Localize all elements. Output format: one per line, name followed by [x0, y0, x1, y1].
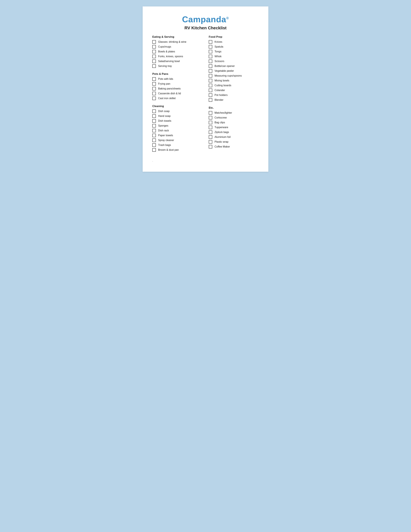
- checkbox[interactable]: [209, 84, 212, 87]
- checkbox[interactable]: [152, 55, 156, 58]
- item-label: Cutting boards: [215, 84, 231, 87]
- checklist-grid: Eating & Serving Glasses: drinking & win…: [152, 35, 259, 156]
- list-item: Cutting boards: [209, 84, 259, 87]
- item-label: Bowls & plates: [158, 50, 175, 53]
- checkbox[interactable]: [209, 69, 212, 73]
- checkbox[interactable]: [152, 40, 156, 44]
- item-label: Whisk: [215, 55, 222, 58]
- list-item: Dish rack: [152, 129, 202, 132]
- list-item: Tupperware: [209, 126, 259, 129]
- checkbox[interactable]: [209, 130, 212, 134]
- list-item: Glasses: drinking & wine: [152, 40, 202, 44]
- checkbox[interactable]: [209, 116, 212, 119]
- checkbox[interactable]: [209, 79, 212, 82]
- checkbox[interactable]: [209, 55, 212, 58]
- list-item: Casserole dish & lid: [152, 92, 202, 95]
- item-label: Hand soap: [158, 114, 170, 118]
- list-item: Spray cleaner: [152, 139, 202, 142]
- checkbox[interactable]: [152, 59, 156, 63]
- checkbox[interactable]: [209, 50, 212, 53]
- checkbox[interactable]: [152, 134, 156, 137]
- item-label: Bag clips: [215, 121, 225, 124]
- checkbox[interactable]: [152, 109, 156, 113]
- item-label: Knives: [215, 40, 222, 44]
- checkbox[interactable]: [209, 111, 212, 115]
- item-label: Dish towels: [158, 119, 171, 123]
- checkbox[interactable]: [152, 87, 156, 90]
- item-label: Aluminium foil: [215, 135, 231, 139]
- checkbox[interactable]: [152, 82, 156, 86]
- item-label: Cast iron skillet: [158, 97, 176, 100]
- list-item: Spatula: [209, 45, 259, 48]
- right-column: Food Prep Knives Spatula Tongs Whisk: [209, 35, 259, 156]
- list-item: Colander: [209, 88, 259, 92]
- section-title-pots-pans: Pots & Pans: [152, 72, 202, 76]
- item-label: Colander: [215, 89, 225, 92]
- checkbox[interactable]: [152, 129, 156, 132]
- item-label: Vegetable peeler: [215, 69, 234, 73]
- list-item: Aluminium foil: [209, 135, 259, 139]
- list-item: Forks, knives, spoons: [152, 55, 202, 58]
- checkbox[interactable]: [209, 98, 212, 102]
- checkbox[interactable]: [209, 140, 212, 144]
- section-title-cleaning: Cleaning: [152, 105, 202, 108]
- list-item: Paper towels: [152, 134, 202, 137]
- item-label: Bottle/can opener: [215, 65, 235, 68]
- section-food-prep: Food Prep Knives Spatula Tongs Whisk: [209, 35, 259, 102]
- checkbox[interactable]: [209, 121, 212, 124]
- list-item: Dish towels: [152, 119, 202, 123]
- checkbox[interactable]: [152, 148, 156, 152]
- item-label: Casserole dish & lid: [158, 92, 181, 95]
- checkbox[interactable]: [152, 119, 156, 123]
- checkbox[interactable]: [209, 88, 212, 92]
- checkbox[interactable]: [209, 135, 212, 139]
- item-label: Plastic wrap: [215, 140, 228, 144]
- checkbox[interactable]: [209, 145, 212, 149]
- logo-text: Campanda®: [182, 15, 229, 24]
- checkbox[interactable]: [209, 74, 212, 77]
- item-label: Trash bags: [158, 143, 171, 147]
- checkbox[interactable]: [152, 143, 156, 147]
- item-label: Scissors: [215, 60, 224, 63]
- item-label: Mixing bowls: [215, 79, 229, 82]
- checkbox[interactable]: [209, 40, 212, 44]
- checkbox[interactable]: [209, 64, 212, 68]
- checkbox[interactable]: [152, 124, 156, 127]
- item-label: Salad/serving bowl: [158, 60, 180, 63]
- checkbox[interactable]: [152, 50, 156, 53]
- list-item: Ziplock bags: [209, 130, 259, 134]
- item-label: Paper towels: [158, 134, 173, 137]
- item-label: Frying pan: [158, 82, 170, 86]
- left-column: Eating & Serving Glasses: drinking & win…: [152, 35, 202, 156]
- section-cleaning: Cleaning Dish soap Hand soap Dish towels…: [152, 105, 202, 152]
- checkbox[interactable]: [152, 96, 156, 100]
- section-title-etc: Etc.: [209, 106, 259, 109]
- item-label: Pots with lids: [158, 77, 173, 81]
- page-title: RV Kitchen Checklist: [152, 26, 259, 30]
- checkbox[interactable]: [209, 59, 212, 63]
- checkbox[interactable]: [209, 45, 212, 48]
- checkbox[interactable]: [152, 77, 156, 81]
- list-item: Hand soap: [152, 114, 202, 118]
- list-item: Tongs: [209, 50, 259, 53]
- list-item: Baking pans/sheets: [152, 87, 202, 90]
- checkbox[interactable]: [152, 139, 156, 142]
- item-label: Sponges: [158, 124, 168, 127]
- item-label: Cups/mugs: [158, 45, 171, 48]
- list-item: Scissors: [209, 59, 259, 63]
- checkbox[interactable]: [209, 126, 212, 129]
- checkbox[interactable]: [152, 92, 156, 95]
- list-item: Knives: [209, 40, 259, 44]
- checkbox[interactable]: [152, 45, 156, 48]
- list-item: Whisk: [209, 55, 259, 58]
- list-item: Plastic wrap: [209, 140, 259, 144]
- checkbox[interactable]: [152, 64, 156, 68]
- item-label: Pot holders: [215, 94, 228, 97]
- logo: Campanda®: [152, 15, 259, 24]
- checkbox[interactable]: [152, 114, 156, 118]
- item-label: Tongs: [215, 50, 222, 53]
- item-label: Corkscrew: [215, 116, 227, 119]
- checkbox[interactable]: [209, 93, 212, 97]
- item-label: Measuring cups/spoons: [215, 74, 242, 77]
- item-label: Glasses: drinking & wine: [158, 40, 186, 44]
